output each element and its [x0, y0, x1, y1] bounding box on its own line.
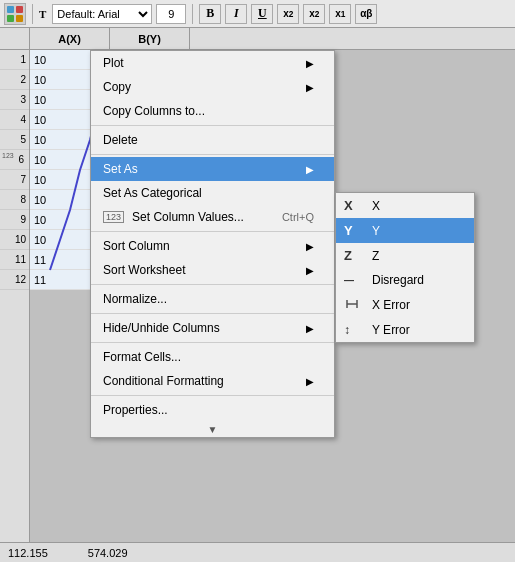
divider2 — [192, 4, 193, 24]
row-num-10: 10 — [0, 230, 29, 250]
set-as-submenu: X X Y Y Z Z — Disregard X Error ↕ Y Erro… — [335, 192, 475, 343]
menu-item-sort-worksheet[interactable]: Sort Worksheet ▶ — [91, 258, 334, 282]
row-num-8: 8 — [0, 190, 29, 210]
menu-item-plot[interactable]: Plot ▶ — [91, 51, 334, 75]
main-context-menu: Plot ▶ Copy ▶ Copy Columns to... Delete … — [90, 50, 335, 438]
sep1 — [91, 125, 334, 126]
plot-arrow: ▶ — [306, 58, 314, 69]
row-num-7: 7 — [0, 170, 29, 190]
row-num-9: 9 — [0, 210, 29, 230]
row-num-3: 3 — [0, 90, 29, 110]
cond-arrow: ▶ — [306, 376, 314, 387]
z-icon: Z — [344, 248, 368, 263]
menu-item-set-values[interactable]: 123 Set Column Values... Ctrl+Q — [91, 205, 334, 229]
hide-arrow: ▶ — [306, 323, 314, 334]
svg-rect-2 — [7, 15, 14, 22]
row-num-12: 12 — [0, 270, 29, 290]
row-num-1: 1 — [0, 50, 29, 70]
row-num-5: 5 — [0, 130, 29, 150]
superscript-button[interactable]: x2 — [277, 4, 299, 24]
sort-ws-arrow: ▶ — [306, 265, 314, 276]
sort-col-arrow: ▶ — [306, 241, 314, 252]
submenu-item-x[interactable]: X X — [336, 193, 474, 218]
sep4 — [91, 284, 334, 285]
sep3 — [91, 231, 334, 232]
row-num-2: 2 — [0, 70, 29, 90]
set-as-arrow: ▶ — [306, 164, 314, 175]
submenu-item-y[interactable]: Y Y — [336, 218, 474, 243]
menu-item-sort-column[interactable]: Sort Column ▶ — [91, 234, 334, 258]
italic-button[interactable]: I — [225, 4, 247, 24]
sep6 — [91, 342, 334, 343]
underline-button[interactable]: U — [251, 4, 273, 24]
menu-item-copy-columns[interactable]: Copy Columns to... — [91, 99, 334, 123]
svg-rect-3 — [16, 15, 23, 22]
scroll-down-indicator: ▼ — [91, 422, 334, 437]
submenu-item-disregard[interactable]: — Disregard — [336, 268, 474, 292]
menu-item-set-as[interactable]: Set As ▶ — [91, 157, 334, 181]
col-header-b[interactable]: B(Y) — [110, 28, 190, 49]
bottom-bar: 112.155 574.029 — [0, 542, 515, 562]
row-numbers: 1 2 3 4 5 123 6 7 8 9 10 11 12 — [0, 50, 30, 562]
row-num-11: 11 — [0, 250, 29, 270]
status-right: 574.029 — [88, 547, 128, 559]
menu-item-normalize[interactable]: Normalize... — [91, 287, 334, 311]
submenu-item-x-error[interactable]: X Error — [336, 292, 474, 318]
sep5 — [91, 313, 334, 314]
menu-item-delete[interactable]: Delete — [91, 128, 334, 152]
svg-rect-0 — [7, 6, 14, 13]
divider1 — [32, 4, 33, 24]
menu-item-hide-unhide[interactable]: Hide/Unhide Columns ▶ — [91, 316, 334, 340]
font-icon: T — [39, 8, 46, 20]
y-icon: Y — [344, 223, 368, 238]
row-num-header — [0, 28, 30, 49]
column-headers: A(X) B(Y) — [0, 28, 515, 50]
row-num-6: 123 6 — [0, 150, 29, 170]
special-chars-button[interactable]: αβ — [355, 4, 377, 24]
row-num-4: 4 — [0, 110, 29, 130]
x-icon: X — [344, 198, 368, 213]
superscript2-button[interactable]: x1 — [329, 4, 351, 24]
sep2 — [91, 154, 334, 155]
copy-arrow: ▶ — [306, 82, 314, 93]
font-size-input[interactable] — [156, 4, 186, 24]
app-icon — [4, 3, 26, 25]
menu-item-format-cells[interactable]: Format Cells... — [91, 345, 334, 369]
menu-item-set-categorical[interactable]: Set As Categorical — [91, 181, 334, 205]
submenu-item-z[interactable]: Z Z — [336, 243, 474, 268]
y-error-icon: ↕ — [344, 323, 368, 337]
col-header-a[interactable]: A(X) — [30, 28, 110, 49]
menu-item-conditional[interactable]: Conditional Formatting ▶ — [91, 369, 334, 393]
subscript-button[interactable]: x2 — [303, 4, 325, 24]
disregard-icon: — — [344, 275, 368, 286]
submenu-item-y-error[interactable]: ↕ Y Error — [336, 318, 474, 342]
status-left: 112.155 — [8, 547, 48, 559]
shortcut-ctrl-q: Ctrl+Q — [282, 211, 314, 223]
bold-button[interactable]: B — [199, 4, 221, 24]
menu-item-properties[interactable]: Properties... — [91, 398, 334, 422]
x-error-icon — [344, 297, 368, 313]
svg-rect-1 — [16, 6, 23, 13]
menu-item-copy[interactable]: Copy ▶ — [91, 75, 334, 99]
font-select[interactable]: Default: Arial — [52, 4, 152, 24]
toolbar: T Default: Arial B I U x2 x2 x1 αβ — [0, 0, 515, 28]
sep7 — [91, 395, 334, 396]
